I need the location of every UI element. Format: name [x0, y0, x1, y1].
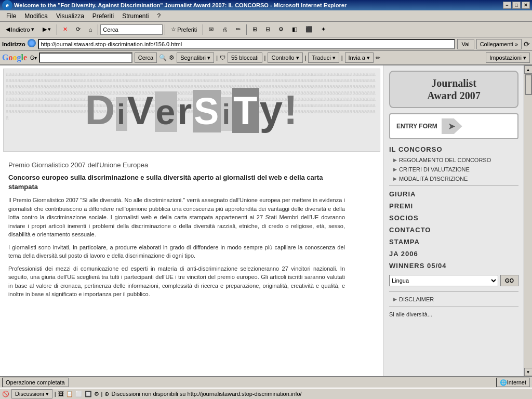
popup-message: Discussioni non disponibili su http://jo…: [111, 391, 301, 397]
shield-icon: 🛡: [220, 55, 225, 61]
back-button[interactable]: ◀ Indietro ▾: [2, 23, 38, 36]
tools-icon4: ◧: [292, 26, 297, 33]
tools-icon1: ⊞: [252, 26, 257, 33]
entry-form-button[interactable]: ENTRY FORM ➤: [389, 113, 518, 139]
tools-button2[interactable]: ⊟: [262, 23, 274, 36]
tools-icon2: ⊟: [265, 26, 270, 33]
segnalibri-button[interactable]: Segnalibri ▾: [177, 52, 214, 63]
menu-preferiti[interactable]: Preferiti: [88, 11, 118, 21]
sidebar-nav-criteri[interactable]: CRITERI DI VALUTAZIONE: [384, 165, 524, 174]
traduci-button[interactable]: Traduci ▾: [308, 52, 339, 63]
google-toolbar: Google G▾ Cerca 🔍 ⚙ Segnalibri ▾ | 🛡 55 …: [0, 51, 532, 65]
sidebar-link-contacto[interactable]: CONTACTO: [384, 224, 524, 236]
diversity-letter-e: e: [155, 91, 178, 132]
vai-button[interactable]: Vai: [457, 39, 474, 49]
media-button[interactable]: ✉: [205, 23, 217, 36]
forward-button[interactable]: ▶ ▾: [39, 23, 55, 36]
home-button[interactable]: ⌂: [85, 23, 96, 36]
language-select[interactable]: Lingua: [389, 275, 498, 286]
go-language-button[interactable]: GO: [500, 275, 518, 286]
entry-form-arrow-icon: ➤: [442, 118, 462, 134]
invia-button[interactable]: Invia a ▾: [345, 52, 374, 63]
tools-button5[interactable]: ⬛: [302, 23, 316, 36]
sidebar-link-winners[interactable]: WINNERS 05/04: [384, 260, 524, 272]
diversity-letter-r: r: [177, 90, 193, 132]
refresh-icon: ⟳: [76, 26, 81, 33]
tools-button3[interactable]: ⚙: [275, 23, 287, 36]
back-icon: ◀: [6, 26, 10, 33]
google-search-icon: 🔍: [159, 54, 167, 61]
controllo-button[interactable]: Controllo ▾: [268, 52, 302, 63]
close-button[interactable]: ✕: [522, 2, 530, 9]
toolbar-separator-5: [246, 24, 247, 35]
il-concorso-title: IL CONCORSO: [384, 142, 524, 155]
google-search-button[interactable]: Cerca: [135, 52, 157, 63]
menu-file[interactable]: File: [2, 11, 20, 21]
pencil-icon: ✏: [376, 55, 380, 61]
print-icon: 🖨: [222, 26, 228, 33]
diversity-exclamation: !: [284, 87, 299, 133]
diversity-letter-i2: i: [221, 97, 232, 131]
menu-modifica[interactable]: Modifica: [20, 11, 52, 21]
disclaimer-item[interactable]: DISCLAIMER: [384, 294, 524, 304]
refresh-button[interactable]: ⟳: [72, 23, 84, 36]
scroll-thumb[interactable]: [525, 74, 532, 95]
address-input[interactable]: [41, 41, 452, 47]
sidebar-link-stampa[interactable]: STAMPA: [384, 236, 524, 248]
sidebar-nav-regolamento[interactable]: REGOLAMENTO DEL CONCORSO: [384, 155, 524, 165]
sidebar-nav-modalita-label: MODALITÀ D'ISCRIZIONE: [399, 176, 468, 182]
tools-icon6: ✦: [321, 26, 326, 33]
search-input[interactable]: [100, 24, 163, 35]
scroll-down-button[interactable]: ▼: [524, 368, 533, 376]
minimize-button[interactable]: −: [503, 2, 511, 9]
journalist-award-badge: Journalist Award 2007: [389, 71, 518, 108]
edit-icon: ✏: [236, 26, 241, 33]
right-sidebar: Journalist Award 2007 ENTRY FORM ➤ IL CO…: [383, 65, 524, 376]
sidebar-link-premi[interactable]: PREMI: [384, 200, 524, 212]
title-bar-text: Welcome to the "For Diversity. Against D…: [14, 2, 347, 8]
sidebar-nav-regolamento-label: REGOLAMENTO DEL CONCORSO: [399, 157, 491, 163]
stop-icon: ✕: [63, 26, 68, 33]
bloccati-button[interactable]: 55 bloccati: [228, 52, 262, 63]
left-content: aaaaaaaaaaaaaaaaaaaaaaaaaaaaaaaaaaaaaaaa…: [0, 65, 383, 376]
back-dropdown-icon: ▾: [31, 26, 34, 33]
print-button[interactable]: 🖨: [218, 23, 231, 36]
menu-help[interactable]: ?: [153, 11, 165, 21]
toolbar-separator-1: [57, 24, 57, 35]
taskbar-icon-5: ⚙: [94, 391, 99, 397]
popup-info-icon: ⊕: [104, 391, 109, 397]
tools-button4[interactable]: ◧: [288, 23, 301, 36]
discussions-button[interactable]: Discussioni ▾: [11, 389, 52, 398]
favorites-button[interactable]: ☆ Preferiti: [167, 23, 201, 36]
google-settings-icon: ⚙: [169, 54, 175, 61]
sidebar-nav-modalita[interactable]: MODALITÀ D'ISCRIZIONE: [384, 174, 524, 183]
article-content: Premio Giornalistico 2007 dell'Unione Eu…: [0, 155, 353, 309]
google-separator-3: |: [305, 55, 307, 61]
menu-strumenti[interactable]: Strumenti: [118, 11, 153, 21]
menu-visualizza[interactable]: Visualizza: [52, 11, 88, 21]
scroll-up-button[interactable]: ▲: [524, 65, 533, 74]
collegamenti-button[interactable]: Collegamenti »: [476, 39, 522, 49]
toolbar-separator-4: [203, 24, 203, 35]
content-area: aaaaaaaaaaaaaaaaaaaaaaaaaaaaaaaaaaaaaaaa…: [0, 65, 532, 376]
vertical-scrollbar: ▲ ▼: [524, 65, 532, 376]
language-section: Lingua GO: [384, 272, 524, 289]
impostazioni-button[interactable]: Impostazioni ▾: [486, 52, 530, 63]
sidebar-link-ja2006[interactable]: JA 2006: [384, 248, 524, 260]
sidebar-link-socios[interactable]: SOCIOS: [384, 212, 524, 224]
google-search-box[interactable]: [39, 52, 132, 63]
stop-button[interactable]: ✕: [59, 23, 71, 36]
internet-zone-label: Internet: [507, 379, 526, 385]
edit-button[interactable]: ✏: [232, 23, 244, 36]
google-g-icon: G▾: [30, 55, 37, 61]
sidebar-link-giuria[interactable]: GIURIA: [384, 188, 524, 200]
diversity-logo: DiVerSiTy!: [85, 86, 298, 134]
tools-button1[interactable]: ⊞: [249, 23, 261, 36]
tools-button6[interactable]: ✦: [317, 23, 329, 36]
google-logo: Google: [2, 53, 27, 62]
title-bar: e Welcome to the "For Diversity. Against…: [0, 0, 532, 10]
webpage-inner: aaaaaaaaaaaaaaaaaaaaaaaaaaaaaaaaaaaaaaaa…: [0, 65, 532, 376]
ja-badge-title: Journalist Award 2007: [398, 77, 509, 102]
scroll-track: [524, 74, 532, 368]
maximize-button[interactable]: □: [512, 2, 521, 9]
